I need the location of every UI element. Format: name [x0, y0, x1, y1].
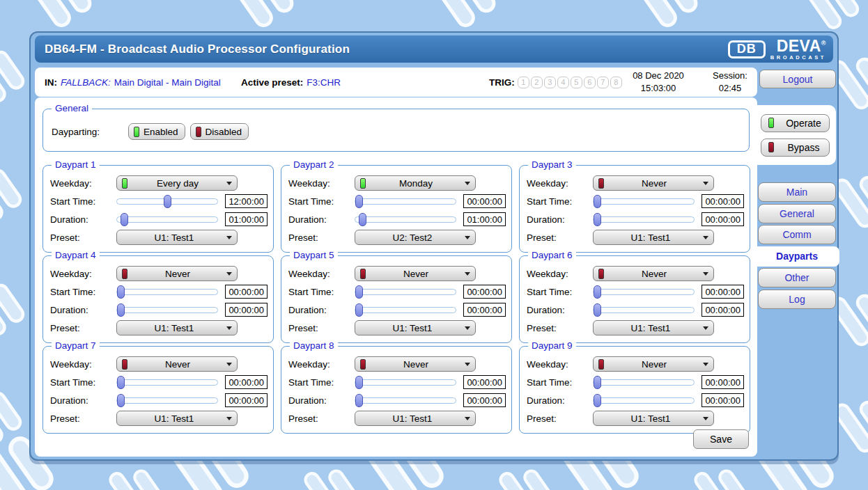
dayparting-disabled-button[interactable]: Disabled: [190, 123, 249, 140]
general-legend: General: [52, 103, 92, 113]
trig-button-3[interactable]: 3: [544, 77, 556, 88]
slider-thumb[interactable]: [117, 376, 125, 389]
start-time-label: Start Time:: [288, 196, 353, 207]
chevron-down-icon: [703, 417, 708, 420]
weekday-select[interactable]: Never: [593, 356, 714, 372]
slider-thumb[interactable]: [594, 195, 601, 208]
operate-button[interactable]: Operate: [761, 114, 830, 132]
preset-select[interactable]: U1: Test1: [593, 320, 714, 335]
weekday-select[interactable]: Every day: [116, 175, 238, 191]
start-time-value: 00:00:00: [225, 285, 268, 299]
duration-label: Duration:: [50, 214, 115, 225]
duration-slider[interactable]: [116, 397, 219, 404]
trig-button-5[interactable]: 5: [571, 77, 582, 88]
weekday-select[interactable]: Never: [355, 266, 476, 281]
weekday-select[interactable]: Never: [355, 356, 476, 372]
preset-select[interactable]: U2: Test2: [355, 230, 476, 245]
preset-select[interactable]: U1: Test1: [116, 411, 238, 426]
sidebar-item-main[interactable]: Main: [758, 182, 836, 202]
sidebar-nav: MainGeneralCommDaypartsOtherLog: [758, 182, 836, 310]
sidebar-item-other[interactable]: Other: [758, 268, 836, 287]
weekday-select[interactable]: Never: [593, 175, 714, 191]
start-time-slider[interactable]: [355, 379, 457, 386]
daypart-legend: Daypart 7: [52, 340, 100, 351]
slider-thumb[interactable]: [355, 376, 363, 389]
dayparting-enabled-button[interactable]: Enabled: [128, 123, 185, 140]
slider-thumb[interactable]: [355, 285, 363, 299]
trig-button-2[interactable]: 2: [531, 77, 543, 88]
trig-button-7[interactable]: 7: [597, 77, 609, 88]
start-time-slider[interactable]: [593, 198, 695, 205]
duration-slider[interactable]: [355, 307, 457, 313]
logout-button[interactable]: Logout: [759, 70, 836, 88]
preset-select[interactable]: U1: Test1: [116, 320, 238, 335]
chevron-down-icon: [226, 182, 232, 185]
slider-thumb[interactable]: [594, 285, 601, 299]
start-time-value: 00:00:00: [702, 285, 744, 299]
preset-label: Preset:: [50, 232, 116, 243]
slider-thumb[interactable]: [594, 213, 601, 226]
chevron-down-icon: [226, 272, 232, 276]
weekday-label: Weekday:: [527, 359, 593, 370]
save-button[interactable]: Save: [693, 429, 749, 449]
duration-slider[interactable]: [116, 307, 219, 313]
start-time-slider[interactable]: [116, 379, 219, 386]
sidebar-item-general[interactable]: General: [758, 204, 836, 223]
weekday-label: Weekday:: [50, 359, 116, 370]
weekday-label: Weekday:: [288, 359, 355, 370]
daypart-legend: Daypart 3: [528, 159, 576, 170]
start-time-slider[interactable]: [355, 198, 457, 205]
active-preset: Active preset: F3:CHR: [241, 68, 344, 97]
start-time-slider[interactable]: [593, 289, 695, 295]
slider-thumb[interactable]: [594, 394, 601, 407]
weekday-select[interactable]: Never: [116, 356, 238, 372]
green-led-icon: [134, 127, 139, 137]
preset-select[interactable]: U1: Test1: [593, 230, 714, 245]
preset-select[interactable]: U1: Test1: [116, 230, 238, 245]
duration-slider[interactable]: [593, 307, 695, 313]
slider-thumb[interactable]: [117, 285, 125, 299]
sidebar-item-comm[interactable]: Comm: [758, 225, 836, 244]
slider-thumb[interactable]: [594, 376, 601, 389]
start-time-value: 00:00:00: [463, 285, 506, 299]
slider-thumb[interactable]: [355, 195, 363, 208]
start-time-slider[interactable]: [593, 379, 695, 386]
daypart-legend: Daypart 5: [290, 250, 338, 260]
slider-thumb[interactable]: [355, 394, 363, 407]
start-time-slider[interactable]: [355, 289, 457, 295]
daypart-fieldset: Daypart 3 Weekday: Never Start Time: 00:…: [519, 165, 750, 253]
trig-button-4[interactable]: 4: [557, 77, 569, 88]
preset-select[interactable]: U1: Test1: [355, 411, 476, 426]
bypass-button[interactable]: Bypass: [761, 139, 830, 157]
slider-thumb[interactable]: [355, 303, 363, 317]
preset-select[interactable]: U1: Test1: [593, 411, 714, 426]
slider-thumb[interactable]: [121, 213, 128, 226]
trig-button-6[interactable]: 6: [584, 77, 596, 88]
weekday-led-icon: [598, 178, 604, 189]
slider-thumb[interactable]: [164, 195, 171, 208]
weekday-value: Never: [367, 359, 465, 370]
daypart-fieldset: Daypart 9 Weekday: Never Start Time: 00:…: [519, 346, 750, 434]
slider-thumb[interactable]: [359, 213, 366, 226]
weekday-select[interactable]: Never: [593, 266, 714, 281]
weekday-value: Never: [129, 269, 226, 279]
preset-select[interactable]: U1: Test1: [355, 320, 476, 335]
sidebar-item-dayparts[interactable]: Dayparts: [754, 246, 839, 267]
duration-slider[interactable]: [116, 216, 219, 223]
duration-slider[interactable]: [355, 216, 457, 223]
weekday-value: Monday: [367, 178, 465, 189]
slider-thumb[interactable]: [117, 394, 125, 407]
slider-thumb[interactable]: [117, 303, 125, 317]
slider-thumb[interactable]: [594, 303, 601, 317]
start-time-slider[interactable]: [116, 198, 219, 205]
duration-slider[interactable]: [355, 397, 457, 404]
duration-value: 00:00:00: [702, 212, 744, 226]
sidebar-item-log[interactable]: Log: [758, 290, 836, 309]
trig-button-1[interactable]: 1: [518, 77, 529, 88]
duration-slider[interactable]: [593, 216, 695, 223]
start-time-slider[interactable]: [116, 289, 219, 295]
weekday-value: Never: [605, 359, 703, 370]
duration-slider[interactable]: [593, 397, 695, 404]
weekday-select[interactable]: Monday: [355, 175, 476, 191]
weekday-select[interactable]: Never: [116, 266, 238, 281]
